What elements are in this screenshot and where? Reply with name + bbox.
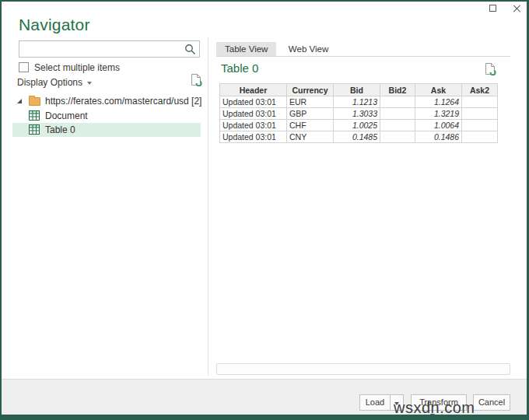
cell-ask2 [462, 96, 498, 108]
table-row: Updated 03:01 CHF 1.0025 1.0064 [220, 120, 498, 131]
cell-ask: 0.1486 [415, 131, 462, 143]
column-header: Ask [415, 84, 462, 96]
cell-bid2 [380, 108, 415, 120]
cell-ask2 [462, 108, 498, 120]
tab-underline [216, 56, 510, 57]
refresh-preview-icon[interactable] [485, 62, 496, 75]
display-options-dropdown[interactable]: Display Options [17, 77, 92, 89]
column-header: Bid [334, 84, 380, 96]
cell-currency: CHF [287, 120, 334, 131]
tree-item-label: Table 0 [45, 124, 75, 135]
horizontal-scrollbar[interactable] [216, 363, 510, 375]
watermark-text: wsxdn.com [394, 399, 475, 417]
preview-table-title: Table 0 [221, 61, 258, 75]
tree-item-document[interactable]: Document [12, 109, 201, 123]
folder-icon [29, 97, 40, 106]
cell-bid: 1.3033 [334, 108, 380, 120]
close-button[interactable] [511, 3, 522, 14]
select-multiple-label: Select multiple items [34, 62, 120, 73]
column-header: Currency [287, 84, 334, 96]
cell-ask: 1.0064 [415, 120, 462, 131]
cell-bid2 [380, 120, 415, 131]
preview-table: Header Currency Bid Bid2 Ask Ask2 Update… [219, 83, 498, 143]
cell-currency: EUR [287, 96, 334, 108]
cell-bid2 [380, 96, 415, 108]
preview-tabs: Table View Web View [216, 42, 337, 57]
cell-currency: CNY [287, 131, 334, 143]
navigator-dialog: Navigator Select multiple items Display … [0, 0, 529, 420]
tree-expander-icon[interactable] [17, 99, 22, 103]
maximize-button[interactable] [488, 3, 499, 14]
tab-web-view[interactable]: Web View [280, 42, 337, 57]
cell-ask: 1.3219 [415, 108, 462, 120]
column-header: Bid2 [380, 84, 415, 96]
display-options-label: Display Options [17, 77, 82, 88]
dialog-title: Navigator [19, 16, 90, 34]
search-input[interactable] [23, 42, 184, 56]
table-icon [29, 124, 40, 135]
table-header-row: Header Currency Bid Bid2 Ask Ask2 [220, 84, 498, 96]
cell-bid: 1.1213 [334, 96, 380, 108]
search-icon[interactable] [184, 44, 196, 55]
frame-border [0, 0, 2, 420]
chevron-down-icon [87, 82, 92, 85]
cell-bid: 1.0025 [334, 120, 380, 131]
select-multiple-checkbox[interactable] [19, 62, 29, 72]
cell-bid: 0.1485 [334, 131, 380, 143]
load-button[interactable]: Load [359, 394, 391, 411]
panel-divider [208, 37, 208, 376]
column-header: Ask2 [462, 84, 498, 96]
tree-item-table0[interactable]: Table 0 [12, 123, 201, 137]
cell-header: Updated 03:01 [220, 131, 287, 143]
cancel-button[interactable]: Cancel [473, 394, 510, 411]
table-icon [29, 110, 40, 121]
search-box [19, 40, 200, 58]
cell-bid2 [380, 131, 415, 143]
cell-ask: 1.1264 [415, 96, 462, 108]
refresh-preview-icon[interactable] [191, 73, 202, 86]
cell-ask2 [462, 131, 498, 143]
cell-header: Updated 03:01 [220, 120, 287, 131]
cell-ask2 [462, 120, 498, 131]
tree-item-label: Document [45, 110, 88, 121]
tree-item-source-url[interactable]: https://ferates.com/mastercard/usd [2] [12, 94, 201, 108]
frame-border [0, 0, 529, 2]
cell-header: Updated 03:01 [220, 96, 287, 108]
maximize-icon [489, 5, 496, 12]
close-icon [512, 4, 521, 13]
table-row: Updated 03:01 EUR 1.1213 1.1264 [220, 96, 498, 108]
column-header: Header [220, 84, 287, 96]
table-row: Updated 03:01 GBP 1.3033 1.3219 [220, 108, 498, 120]
cell-currency: GBP [287, 108, 334, 120]
cell-header: Updated 03:01 [220, 108, 287, 120]
tree-item-label: https://ferates.com/mastercard/usd [2] [45, 96, 201, 107]
table-row: Updated 03:01 CNY 0.1485 0.1486 [220, 131, 498, 143]
tab-table-view[interactable]: Table View [216, 42, 276, 57]
